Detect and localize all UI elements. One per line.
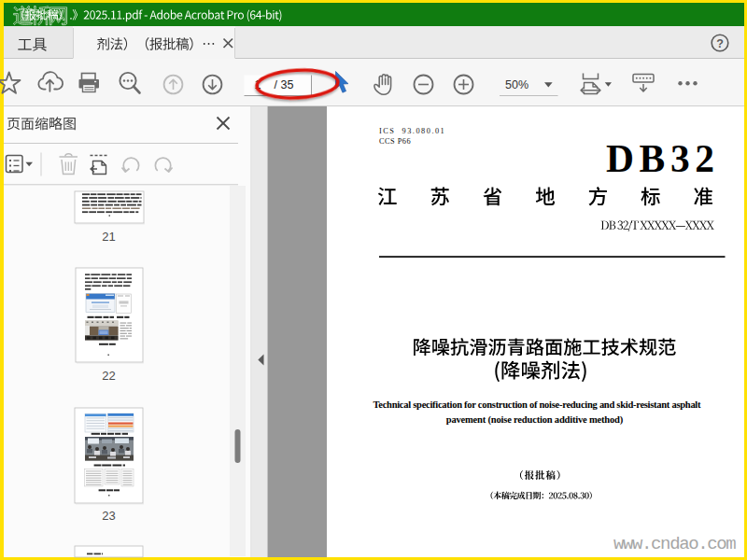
svg-text:pavement (noise reduction addi: pavement (noise reduction additive metho…	[446, 414, 624, 426]
svg-text:Technical specification for co: Technical specification for construction…	[374, 399, 702, 410]
svg-text:/ 35: / 35	[275, 78, 294, 91]
svg-text:21: 21	[102, 230, 115, 244]
svg-text:DB32: DB32	[606, 137, 714, 180]
svg-text:22: 22	[102, 369, 115, 383]
svg-text:ICS 93.080.01: ICS 93.080.01	[379, 127, 445, 135]
svg-text:50%: 50%	[505, 78, 529, 91]
svg-text:CCS P66: CCS P66	[379, 137, 411, 146]
svg-text:23: 23	[102, 509, 115, 523]
svg-text:?: ?	[716, 37, 724, 50]
svg-text:www.cndao.com: www.cndao.com	[613, 534, 736, 554]
